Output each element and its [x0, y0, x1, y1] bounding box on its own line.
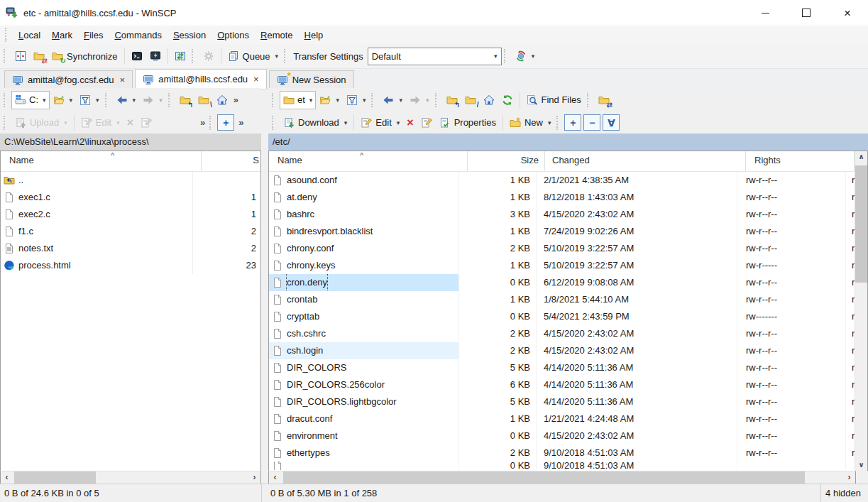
- connection-sync-button[interactable]: ▾: [512, 48, 539, 64]
- file-row[interactable]: csh.cshrc2 KB4/15/2020 2:43:02 AMrw-r--r…: [269, 325, 855, 342]
- local-filter-button[interactable]: ▾: [76, 92, 103, 108]
- toolbar-grip[interactable]: [435, 93, 439, 107]
- remote-parent-directory-button[interactable]: ↰: [443, 92, 461, 108]
- file-row[interactable]: bindresvport.blacklist1 KB7/24/2019 9:02…: [269, 223, 855, 240]
- file-row[interactable]: DIR_COLORS5 KB4/14/2020 5:11:36 AMrw-r--…: [269, 359, 855, 376]
- remote-filter-button[interactable]: ▾: [343, 92, 370, 108]
- properties-button[interactable]: Properties: [436, 115, 500, 131]
- remote-path-bar[interactable]: /etc/: [268, 133, 868, 151]
- follow-focus-button[interactable]: ⇄: [595, 92, 613, 108]
- chevron-down-icon[interactable]: ▾: [309, 97, 313, 104]
- file-row[interactable]: asound.conf1 KB2/1/2021 4:38:35 AMrw-r--…: [269, 172, 855, 189]
- tab-close-icon[interactable]: ×: [252, 74, 259, 84]
- remote-select-add-button[interactable]: +: [564, 114, 581, 131]
- overflow-chevron-icon[interactable]: »: [231, 94, 241, 105]
- local-parent-directory-button[interactable]: ↰: [176, 92, 194, 108]
- local-rename-button[interactable]: [137, 115, 155, 131]
- scrollbar-thumb[interactable]: [283, 471, 805, 484]
- toolbar-grip[interactable]: [4, 93, 8, 107]
- toolbar-grip[interactable]: [556, 116, 561, 130]
- file-row[interactable]: exec2.c1: [1, 206, 260, 223]
- menu-local[interactable]: Local: [13, 28, 46, 43]
- chevron-down-icon[interactable]: ▾: [43, 97, 46, 104]
- tab-new-session[interactable]: *New Session: [269, 70, 354, 89]
- remote-root-directory-button[interactable]: /: [461, 92, 480, 108]
- toolbar-grip[interactable]: [272, 93, 276, 107]
- toolbar-grip[interactable]: [192, 49, 196, 63]
- file-row[interactable]: 0 KB9/10/2018 4:51:03 AM: [269, 462, 855, 470]
- file-row[interactable]: chrony.keys1 KB5/10/2019 3:22:57 AMrw-r-…: [269, 257, 855, 274]
- local-add-filter-button[interactable]: +: [217, 114, 234, 131]
- file-row[interactable]: f1.c2: [1, 223, 260, 240]
- synchronize-button[interactable]: ↻ Synchronize: [48, 48, 121, 64]
- remote-delete-button[interactable]: ×: [403, 114, 417, 131]
- tab-close-icon[interactable]: ×: [119, 75, 126, 85]
- local-back-button[interactable]: ▾: [113, 92, 140, 108]
- file-row[interactable]: DIR_COLORS.lightbgcolor5 KB4/14/2020 5:1…: [269, 393, 855, 410]
- local-horizontal-scrollbar[interactable]: ‹ ›: [0, 471, 261, 484]
- overflow-chevron-icon[interactable]: »: [198, 117, 207, 128]
- menu-remote[interactable]: Remote: [255, 28, 299, 43]
- scroll-right-icon[interactable]: ›: [248, 472, 260, 483]
- file-row[interactable]: exec1.c1: [1, 189, 260, 206]
- column-header-rights[interactable]: Rights: [746, 151, 855, 171]
- column-header-size[interactable]: Size: [468, 151, 545, 171]
- swap-panels-button[interactable]: [171, 48, 189, 64]
- remote-home-directory-button[interactable]: [480, 92, 498, 108]
- column-header-name[interactable]: Name: [269, 151, 468, 171]
- file-row[interactable]: process.html23: [1, 257, 260, 274]
- upload-button[interactable]: Upload ▾: [11, 115, 71, 131]
- synchronize-browsing-button[interactable]: ⇄: [30, 48, 48, 64]
- scroll-left-icon[interactable]: ‹: [269, 472, 281, 483]
- remote-directory-select[interactable]: et ▾: [280, 91, 316, 109]
- preferences-button[interactable]: [199, 48, 218, 64]
- maximize-button[interactable]: [786, 0, 827, 26]
- remote-refresh-button[interactable]: [498, 92, 517, 108]
- remote-forward-button[interactable]: ▾: [406, 92, 433, 108]
- file-row[interactable]: csh.login2 KB4/15/2020 2:43:02 AMrw-r--r…: [269, 342, 855, 359]
- remote-edit-button[interactable]: Edit ▾: [357, 115, 403, 131]
- column-header-changed[interactable]: Changed: [545, 151, 746, 171]
- toolbar-grip[interactable]: [209, 116, 214, 130]
- scroll-right-icon[interactable]: ›: [843, 472, 855, 483]
- file-row[interactable]: bashrc3 KB4/15/2020 2:43:02 AMrw-r--r--r…: [269, 206, 855, 223]
- scroll-left-icon[interactable]: ‹: [1, 472, 13, 483]
- remote-select-remove-button[interactable]: −: [583, 114, 600, 131]
- toolbar-grip[interactable]: [284, 49, 288, 63]
- local-forward-button[interactable]: ▾: [139, 92, 166, 108]
- menubar-grip[interactable]: [5, 28, 9, 42]
- remote-vertical-scrollbar[interactable]: ∧ ∨: [855, 151, 867, 471]
- file-row[interactable]: cron.deny0 KB6/12/2019 9:08:08 AMrw-r--r…: [269, 274, 855, 291]
- scroll-down-icon[interactable]: ∨: [855, 459, 867, 471]
- remote-select-filter-button[interactable]: ∀: [603, 114, 620, 131]
- file-row[interactable]: at.deny1 KB8/12/2018 1:43:03 AMrw-r--r--…: [269, 189, 855, 206]
- file-row[interactable]: dracut.conf1 KB1/21/2021 4:24:48 AMrw-r-…: [269, 410, 855, 427]
- transfer-settings-select[interactable]: Default ▾: [368, 48, 502, 65]
- remote-horizontal-scrollbar[interactable]: ‹ ›: [268, 471, 856, 484]
- minimize-button[interactable]: [745, 0, 786, 26]
- toolbar-grip[interactable]: [371, 93, 375, 107]
- queue-button[interactable]: Queue ▾: [224, 48, 282, 64]
- open-terminal-button[interactable]: [128, 48, 146, 64]
- menu-options[interactable]: Options: [211, 28, 255, 43]
- toolbar-grip[interactable]: [272, 116, 276, 130]
- download-button[interactable]: Download ▾: [280, 115, 351, 131]
- file-row[interactable]: environment0 KB4/15/2020 2:43:02 AMrw-r-…: [269, 427, 855, 444]
- tab-session[interactable]: amittal@fog.ccsf.edu×: [4, 70, 133, 89]
- file-row[interactable]: crypttab0 KB5/4/2021 2:43:59 PMrw-------…: [269, 308, 855, 325]
- local-drive-select[interactable]: C: ▾: [11, 91, 50, 109]
- toolbar-grip[interactable]: [504, 49, 508, 63]
- remote-back-button[interactable]: ▾: [379, 92, 406, 108]
- chevron-down-icon[interactable]: ▾: [532, 53, 535, 60]
- column-header-size[interactable]: S: [202, 151, 260, 171]
- hidden-files-status[interactable]: 4 hidden: [820, 484, 868, 502]
- tab-session[interactable]: amittal@hills.ccsf.edu×: [135, 69, 267, 89]
- local-home-directory-button[interactable]: [213, 92, 231, 108]
- overflow-chevron-icon[interactable]: »: [236, 117, 246, 128]
- scroll-up-icon[interactable]: ∧: [855, 151, 867, 163]
- local-open-directory-button[interactable]: ▾: [50, 92, 77, 108]
- file-row[interactable]: notes.txt2: [1, 240, 260, 257]
- local-edit-button[interactable]: Edit ▾: [77, 115, 123, 131]
- file-row[interactable]: ..: [1, 172, 260, 189]
- file-row[interactable]: chrony.conf2 KB5/10/2019 3:22:57 AMrw-r-…: [269, 240, 855, 257]
